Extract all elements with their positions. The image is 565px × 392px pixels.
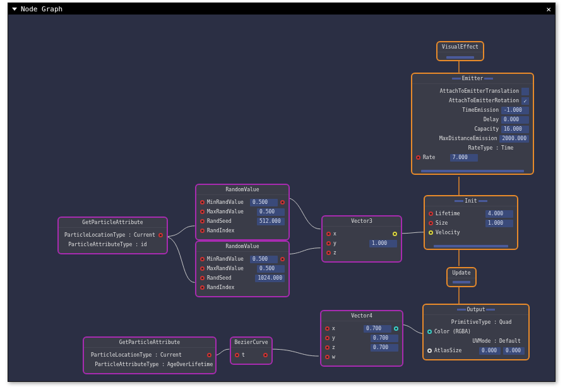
port-in[interactable]	[416, 155, 420, 160]
label-attach-rotation: AttachToEmitterRotation	[416, 98, 519, 104]
label: Velocity	[436, 230, 513, 235]
port-out[interactable]	[158, 233, 163, 237]
node-title: GetParticleAttribute	[84, 338, 215, 348]
port-in-y[interactable]	[325, 336, 330, 340]
label-attach-translation: AttachToEmitterTranslation	[416, 88, 519, 94]
node-random-value-1[interactable]: RandomValue MinRandValue0.500 MaxRandVal…	[195, 184, 290, 241]
node-bezier-curve[interactable]: BezierCurve t	[230, 336, 273, 365]
field-max[interactable]: 0.500	[257, 265, 285, 273]
port-in-x[interactable]	[325, 326, 330, 331]
port-in-atlas[interactable]	[427, 348, 432, 353]
port-in-t[interactable]	[235, 353, 239, 357]
port-in[interactable]	[200, 210, 205, 214]
field-y[interactable]: 1.000	[369, 240, 397, 247]
port-in[interactable]	[429, 211, 433, 216]
port-in[interactable]	[429, 221, 433, 225]
port-in[interactable]	[200, 276, 205, 280]
label: MinRandValue	[207, 256, 247, 262]
graph-canvas[interactable]: VisualEffect Emitter AttachToEmitterTran…	[20, 26, 544, 370]
node-vector4[interactable]: Vector4 x0.700 y0.700 z0.700 w	[320, 310, 403, 367]
node-title: GetParticleAttribute	[59, 218, 167, 228]
label: Lifetime	[436, 211, 483, 217]
port-out[interactable]	[207, 353, 211, 357]
close-icon[interactable]: ×	[546, 4, 551, 14]
collapse-icon[interactable]	[12, 8, 17, 11]
node-title: Update	[448, 268, 475, 278]
label: y	[333, 241, 367, 246]
label: MaxRandValue	[207, 209, 254, 215]
field-min[interactable]: 0.500	[250, 256, 278, 263]
node-visual-effect[interactable]: VisualEffect	[436, 41, 484, 61]
field-max-distance[interactable]: 2000.000	[499, 135, 529, 143]
label: Color (RGBA)	[434, 329, 525, 335]
value: id	[141, 242, 163, 247]
node-title: Init	[425, 196, 517, 206]
port-in[interactable]	[200, 266, 205, 271]
node-random-value-2[interactable]: RandomValue MinRandValue0.500 MaxRandVal…	[195, 241, 290, 297]
port-in[interactable]	[200, 285, 205, 290]
port-out[interactable]	[280, 200, 285, 205]
field-x[interactable]: 0.700	[364, 325, 391, 333]
checkbox-attach-translation[interactable]	[521, 88, 529, 95]
field-rate[interactable]: 7.000	[450, 154, 478, 162]
port-in[interactable]	[200, 200, 205, 205]
port-out[interactable]	[280, 257, 285, 261]
label: MaxRandValue	[207, 266, 254, 271]
label: z	[333, 250, 397, 256]
value: Current	[160, 352, 205, 358]
field-capacity[interactable]: 16.000	[501, 126, 529, 133]
field-size[interactable]: 1.000	[485, 220, 513, 227]
port-in-z[interactable]	[325, 345, 330, 350]
field-seed[interactable]: 1024.000	[255, 275, 285, 282]
node-update[interactable]: Update	[446, 267, 477, 287]
field-seed[interactable]: 512.000	[257, 218, 285, 225]
port-out[interactable]	[393, 232, 397, 236]
field-time-emission[interactable]: -1.000	[501, 107, 529, 114]
port-in-y[interactable]	[326, 241, 331, 246]
port-in[interactable]	[200, 229, 205, 233]
value-uv-mode: Default	[499, 338, 525, 344]
field-max[interactable]: 0.500	[257, 208, 285, 216]
port-in-color[interactable]	[427, 330, 432, 334]
node-title: BezierCurve	[231, 338, 271, 348]
field-delay[interactable]: 0.000	[501, 116, 529, 124]
port-in-w[interactable]	[325, 355, 330, 359]
field-atlas-x[interactable]: 0.000	[479, 347, 501, 355]
port-in[interactable]	[200, 257, 205, 261]
node-title: Emitter	[412, 74, 533, 84]
label: RateType :	[416, 145, 499, 151]
node-init[interactable]: Init Lifetime4.000 Size1.000 Velocity	[424, 195, 518, 250]
label: w	[332, 354, 398, 360]
field-atlas-y[interactable]: 0.000	[503, 347, 525, 355]
field-y[interactable]: 0.700	[371, 335, 398, 342]
checkbox-attach-rotation[interactable]: ✓	[521, 97, 529, 105]
node-graph-window: Node Graph × VisualEffect Emitter	[8, 3, 556, 382]
label: ParticleLocationType :	[88, 352, 158, 358]
port-in-x[interactable]	[326, 232, 331, 236]
label: Rate	[423, 155, 448, 160]
field-min[interactable]: 0.500	[250, 199, 278, 206]
node-title: Output	[424, 305, 528, 315]
node-get-particle-attribute-1[interactable]: GetParticleAttribute ParticleLocationTyp…	[57, 217, 168, 254]
node-emitter[interactable]: Emitter AttachToEmitterTranslation Attac…	[411, 73, 534, 175]
node-vector3[interactable]: Vector3 x y1.000 z	[321, 215, 402, 263]
node-title: Vector4	[321, 311, 402, 321]
label: RandSeed	[207, 275, 253, 281]
port-in[interactable]	[200, 219, 205, 223]
value-prim-type: Quad	[499, 319, 525, 325]
port-in-velocity[interactable]	[429, 230, 433, 235]
field-lifetime[interactable]: 4.000	[485, 210, 513, 218]
label: ParticleAttributeType :	[62, 242, 138, 247]
node-output[interactable]: Output PrimitiveType :Quad Color (RGBA) …	[422, 304, 530, 360]
value: AgeOverLifetime	[167, 362, 211, 367]
port-out[interactable]	[394, 326, 398, 331]
port-in-z[interactable]	[326, 251, 331, 255]
value: Current	[134, 232, 156, 238]
port-out[interactable]	[263, 353, 268, 357]
node-get-particle-attribute-2[interactable]: GetParticleAttribute ParticleLocationTyp…	[83, 336, 217, 374]
label: AtlasSize	[434, 348, 477, 353]
label: UVMode :	[427, 338, 497, 344]
titlebar[interactable]: Node Graph ×	[8, 3, 555, 15]
field-z[interactable]: 0.700	[371, 344, 398, 352]
node-title: RandomValue	[196, 185, 288, 195]
